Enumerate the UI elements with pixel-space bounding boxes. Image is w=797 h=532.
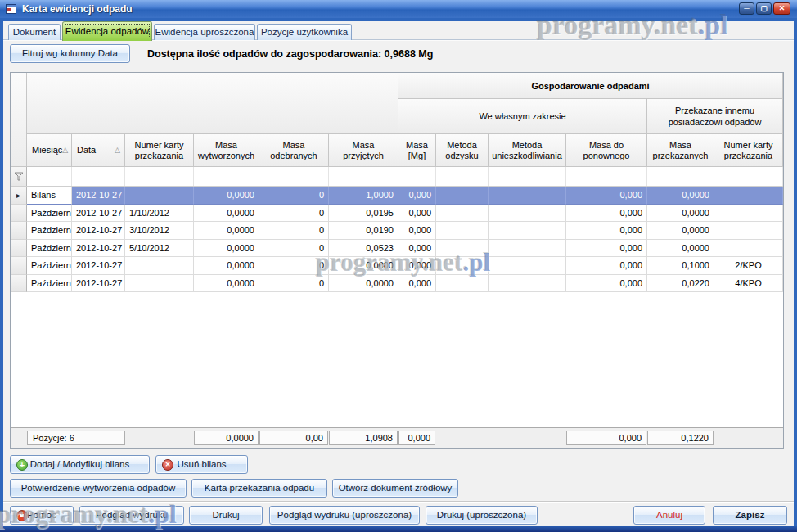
cell[interactable]: 2012-10-27: [72, 275, 125, 293]
cell[interactable]: 0,0000: [194, 187, 259, 205]
waste-generation-confirmation-button[interactable]: Potwierdzenie wytworzenia odpadów: [10, 479, 187, 498]
row-selector[interactable]: [11, 222, 27, 240]
print-preview-simplified-button[interactable]: Podgląd wydruku (uproszczona): [269, 506, 420, 525]
tab-ewidencja-uproszczona[interactable]: Ewidencja uproszczona: [154, 24, 255, 40]
filter-cell[interactable]: [72, 167, 125, 186]
print-simplified-button[interactable]: Drukuj (uproszczona): [426, 506, 538, 525]
cell[interactable]: [436, 187, 489, 205]
cell[interactable]: [489, 187, 566, 205]
cell[interactable]: 0,000: [398, 240, 436, 258]
cell[interactable]: 0: [259, 240, 329, 258]
cell[interactable]: 2012-10-27: [72, 205, 125, 223]
column-header[interactable]: Masa odebranych: [259, 134, 329, 167]
cell[interactable]: 0: [259, 187, 329, 205]
cell[interactable]: [436, 222, 489, 240]
tab-dokument[interactable]: Dokument: [8, 24, 61, 40]
cell[interactable]: 2012-10-27: [72, 222, 125, 240]
cell[interactable]: [436, 240, 489, 258]
cell[interactable]: 0: [259, 257, 329, 275]
cell[interactable]: 0,000: [398, 222, 436, 240]
cell[interactable]: Październik: [27, 240, 72, 258]
cell[interactable]: 0,000: [566, 240, 647, 258]
cell[interactable]: Październik: [27, 222, 72, 240]
cell[interactable]: 0,0000: [647, 187, 714, 205]
print-preview-button[interactable]: Podgląd wydruku: [79, 506, 184, 525]
column-header[interactable]: Miesiąc△: [27, 134, 72, 167]
cell[interactable]: Październik: [27, 205, 72, 223]
cell[interactable]: Październik: [27, 275, 72, 293]
column-header[interactable]: Masa przyjętych: [329, 134, 398, 167]
filter-cell[interactable]: [714, 167, 783, 186]
cell[interactable]: 1,0000: [329, 187, 398, 205]
filter-cell[interactable]: [566, 167, 647, 186]
filter-cell[interactable]: [259, 167, 329, 186]
cell[interactable]: 0,0000: [194, 240, 259, 258]
row-selector[interactable]: [11, 275, 27, 293]
row-selector[interactable]: [11, 240, 27, 258]
cell[interactable]: 0,0195: [329, 205, 398, 223]
cell[interactable]: 0,0000: [194, 205, 259, 223]
cell[interactable]: [125, 257, 194, 275]
open-source-document-button[interactable]: Otwórz dokument źródłowy: [332, 479, 458, 498]
cell[interactable]: [436, 275, 489, 293]
waste-transfer-card-button[interactable]: Karta przekazania odpadu: [191, 479, 327, 498]
cell[interactable]: [436, 257, 489, 275]
cell[interactable]: 0,0000: [647, 240, 714, 258]
cell[interactable]: 0,000: [398, 275, 436, 293]
cell[interactable]: [714, 205, 783, 223]
selected-row-arrow-icon[interactable]: ▸: [11, 187, 27, 205]
filter-cell[interactable]: [489, 167, 566, 186]
cell[interactable]: [489, 257, 566, 275]
cell[interactable]: 0,000: [566, 275, 647, 293]
cell[interactable]: 0,0190: [329, 222, 398, 240]
tab-ewidencja-odpadow[interactable]: Ewidencja odpadów: [62, 21, 152, 41]
column-header[interactable]: Metoda unieszkodliwiania: [489, 134, 566, 167]
row-selector[interactable]: [11, 257, 27, 275]
filter-by-date-button[interactable]: Fltruj wg kolumny Data: [10, 44, 130, 63]
maximize-button-icon[interactable]: ▢: [756, 2, 772, 15]
cell[interactable]: 0,0000: [329, 257, 398, 275]
cell[interactable]: 0,000: [566, 205, 647, 223]
cell[interactable]: 0,0000: [194, 275, 259, 293]
cell[interactable]: [125, 187, 194, 205]
cell[interactable]: 0,000: [566, 257, 647, 275]
cell[interactable]: 2012-10-27: [72, 240, 125, 258]
cancel-button[interactable]: Anuluj: [633, 506, 705, 525]
filter-cell[interactable]: [27, 167, 72, 186]
filter-cell[interactable]: [647, 167, 714, 186]
cell[interactable]: [489, 275, 566, 293]
filter-cell[interactable]: [194, 167, 259, 186]
save-button[interactable]: Zapisz: [713, 506, 787, 525]
cell[interactable]: 0,0000: [647, 222, 714, 240]
table-row[interactable]: Październik2012-10-271/10/20120,000000,0…: [11, 205, 783, 223]
table-row[interactable]: Październik2012-10-275/10/20120,000000,0…: [11, 240, 783, 258]
cell[interactable]: 0,0220: [647, 275, 714, 293]
cell[interactable]: [489, 222, 566, 240]
row-selector[interactable]: [11, 205, 27, 223]
cell[interactable]: 3/10/2012: [125, 222, 194, 240]
cell[interactable]: [714, 222, 783, 240]
column-header[interactable]: Numer karty przekazania: [714, 134, 783, 167]
column-header[interactable]: Masa do ponownego: [566, 134, 647, 167]
filter-cell[interactable]: [125, 167, 194, 186]
column-header[interactable]: Masa wytworzonych: [194, 134, 259, 167]
filter-cell[interactable]: [329, 167, 398, 186]
print-button[interactable]: Drukuj: [189, 506, 263, 525]
filter-row[interactable]: [11, 167, 783, 187]
cell[interactable]: 0: [259, 205, 329, 223]
cell[interactable]: [489, 205, 566, 223]
cell[interactable]: 0,0000: [194, 257, 259, 275]
column-header[interactable]: Masa [Mg]: [398, 134, 436, 167]
cell[interactable]: 0,1000: [647, 257, 714, 275]
cell[interactable]: [714, 187, 783, 205]
cell[interactable]: 0: [259, 222, 329, 240]
table-row[interactable]: Październik2012-10-270,000000,00000,0000…: [11, 257, 783, 275]
cell[interactable]: 4/KPO: [714, 275, 783, 293]
table-row[interactable]: Październik2012-10-270,000000,00000,0000…: [11, 275, 783, 293]
cell[interactable]: [489, 240, 566, 258]
column-header[interactable]: Data△: [72, 134, 125, 167]
cell[interactable]: 2/KPO: [714, 257, 783, 275]
table-row[interactable]: ▸Bilans2012-10-270,000001,00000,0000,000…: [11, 187, 783, 205]
cell[interactable]: 1/10/2012: [125, 205, 194, 223]
cell[interactable]: [436, 205, 489, 223]
